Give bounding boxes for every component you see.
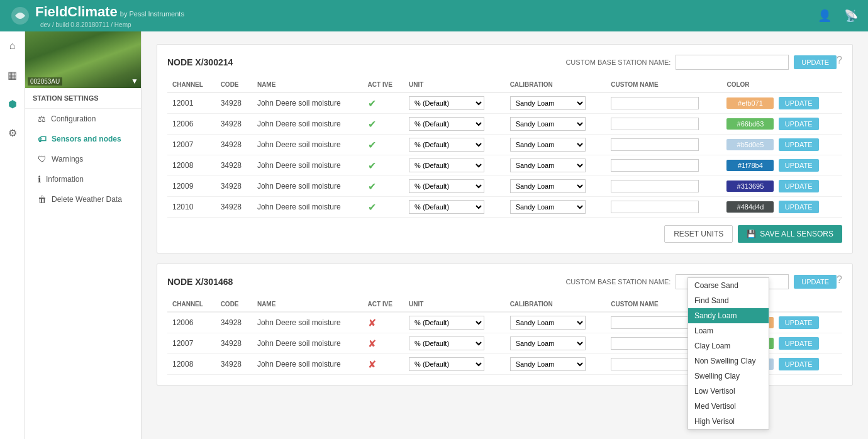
dd-low-vertisol[interactable]: Low Vertisol [688, 384, 769, 399]
sidebar-item-sensors-nodes[interactable]: 🏷 Sensors and nodes [25, 129, 141, 149]
custom-name-input[interactable] [611, 201, 699, 213]
cell-custom-name [606, 135, 721, 155]
node1-custom-name-input[interactable] [676, 55, 789, 70]
cell-active: ✔ [363, 155, 404, 176]
custom-name-input[interactable] [611, 97, 699, 109]
cell-code: 34928 [216, 114, 252, 135]
dd-med-vertisol[interactable]: Med Vertisol [688, 399, 769, 414]
row-update-button[interactable]: UPDATE [779, 97, 819, 109]
dd-swelling-clay[interactable]: Swelling Clay [688, 369, 769, 384]
dd-clay-loam[interactable]: Clay Loam [688, 338, 769, 353]
table-row: 12001 34928 John Deere soil moisture ✔ %… [167, 92, 842, 114]
row-update-button[interactable]: UPDATE [779, 118, 819, 130]
settings-icon-btn[interactable]: ⚙ [3, 123, 22, 142]
dd-loam[interactable]: Loam [688, 323, 769, 338]
unit-select[interactable]: % (Default) [409, 158, 484, 172]
cell-active: ✔ [363, 176, 404, 197]
calibration-select[interactable]: Coarse SandFind SandSandy LoamLoamClay L… [510, 336, 586, 350]
node-icon-btn[interactable]: ⬢ [3, 94, 22, 113]
cell-calibration: Coarse SandFind SandSandy LoamLoamClay L… [505, 135, 606, 155]
custom-name-input[interactable] [611, 337, 699, 350]
calibration-select[interactable]: Coarse SandFind SandSandy LoamLoamClay L… [510, 158, 586, 172]
custom-name-input[interactable] [611, 118, 699, 130]
custom-name-input[interactable] [611, 159, 699, 172]
unit-select[interactable]: % (Default) [409, 117, 484, 131]
help-icon-1[interactable]: ? [837, 55, 842, 66]
custom-name-input[interactable] [611, 358, 699, 370]
unit-select[interactable]: % (Default) [409, 336, 484, 350]
calibration-select[interactable]: Coarse SandFind SandSandy LoamLoamClay L… [510, 179, 586, 193]
calibration-dropdown[interactable]: Coarse Sand Find Sand Sandy Loam Loam Cl… [687, 277, 769, 430]
unit-select[interactable]: % (Default) [409, 138, 484, 152]
cell-custom-name [606, 92, 721, 114]
unit-select[interactable]: % (Default) [409, 316, 484, 330]
node1-update-button[interactable]: UPDATE [794, 55, 837, 69]
calibration-select[interactable]: Coarse SandFind SandSandy LoamLoamClay L… [510, 200, 586, 214]
node1-sensor-table: CHANNEL CODE NAME ACT IVE UNIT CALIBRATI… [167, 77, 842, 218]
sidebar-item-delete[interactable]: 🗑 Delete Weather Data [25, 189, 141, 209]
dd-find-sand[interactable]: Find Sand [688, 293, 769, 308]
cell-channel: 12009 [167, 176, 216, 197]
cell-color: #1f78b4 UPDATE [721, 155, 842, 176]
node-section-1: ? NODE X/300214 CUSTOM BASE STATION NAME… [157, 44, 853, 253]
unit-select[interactable]: % (Default) [409, 200, 484, 214]
cell-unit: % (Default) [404, 197, 505, 218]
cell-active: ✘ [363, 354, 404, 375]
row-update-button[interactable]: UPDATE [779, 316, 819, 329]
cell-channel: 12007 [167, 135, 216, 155]
save-icon: 💾 [747, 230, 756, 238]
cell-channel: 12007 [167, 333, 216, 354]
sidebar-item-information[interactable]: ℹ Information [25, 169, 141, 189]
row-update-button[interactable]: UPDATE [779, 337, 819, 350]
active-check-icon: ✔ [368, 140, 376, 150]
user-icon[interactable]: 👤 [818, 9, 832, 23]
unit-select[interactable]: % (Default) [409, 96, 484, 110]
node2-update-button[interactable]: UPDATE [794, 275, 837, 289]
calibration-select[interactable]: Coarse SandFind SandSandy LoamLoamClay L… [510, 138, 586, 152]
col2-unit: UNIT [404, 297, 505, 312]
build-info: dev / build 0.8.20180711 / Hemp [40, 21, 184, 28]
cell-unit: % (Default) [404, 114, 505, 135]
cell-active: ✔ [363, 92, 404, 114]
help-icon-2[interactable]: ? [837, 274, 842, 286]
reset-units-button[interactable]: RESET UNITS [664, 225, 733, 243]
main-layout: ⌂ ▦ ⬢ ⚙ 002053AU ▼ STATION SETTINGS ⚖ Co… [0, 31, 868, 439]
calibration-select[interactable]: Coarse SandFind SandSandy LoamLoamClay L… [510, 96, 586, 110]
dd-high-verisol[interactable]: High Verisol [688, 414, 769, 429]
custom-name-input[interactable] [611, 138, 699, 151]
col2-calibration: CALIBRATION [505, 297, 606, 312]
dd-non-swelling-clay[interactable]: Non Swelling Clay [688, 353, 769, 369]
chart-icon-btn[interactable]: ▦ [3, 65, 22, 84]
sidebar-item-warnings[interactable]: 🛡 Warnings [25, 149, 141, 169]
cell-active: ✘ [363, 312, 404, 333]
calibration-select[interactable]: Coarse SandFind SandSandy LoamLoamClay L… [510, 357, 586, 371]
custom-name-input[interactable] [611, 316, 699, 329]
cell-code: 34928 [216, 197, 252, 218]
row-update-button[interactable]: UPDATE [779, 180, 819, 192]
home-icon-btn[interactable]: ⌂ [3, 36, 22, 55]
cell-name: John Deere soil moisture [252, 197, 363, 218]
row-update-button[interactable]: UPDATE [779, 201, 819, 213]
calibration-select[interactable]: Coarse SandFind SandSandy LoamLoamClay L… [510, 117, 586, 131]
info-icon: ℹ [38, 174, 41, 184]
row-update-button[interactable]: UPDATE [779, 358, 819, 370]
save-all-sensors-button[interactable]: 💾 SAVE ALL SENSORS [738, 225, 842, 243]
calibration-select[interactable]: Coarse SandFind SandSandy LoamLoamClay L… [510, 316, 586, 330]
table-row: 12006 34928 John Deere soil moisture ✔ %… [167, 114, 842, 135]
col-calibration: CALIBRATION [505, 77, 606, 92]
color-badge: #66bd63 [726, 118, 774, 130]
signal-icon[interactable]: 📡 [844, 9, 858, 23]
unit-select[interactable]: % (Default) [409, 357, 484, 371]
unit-select[interactable]: % (Default) [409, 179, 484, 193]
col2-channel: CHANNEL [167, 297, 216, 312]
collapse-btn[interactable]: ▼ [131, 77, 138, 86]
logo: FieldClimate by Pessl Instruments dev / … [10, 4, 184, 28]
row-update-button[interactable]: UPDATE [779, 159, 819, 172]
dd-coarse-sand[interactable]: Coarse Sand [688, 278, 769, 293]
row-update-button[interactable]: UPDATE [779, 138, 819, 151]
cell-calibration: Coarse SandFind SandSandy LoamLoamClay L… [505, 333, 606, 354]
sidebar-item-configuration[interactable]: ⚖ Configuration [25, 109, 141, 129]
dd-sandy-loam[interactable]: Sandy Loam [688, 308, 769, 323]
custom-name-input[interactable] [611, 180, 699, 192]
cell-unit: % (Default) [404, 135, 505, 155]
